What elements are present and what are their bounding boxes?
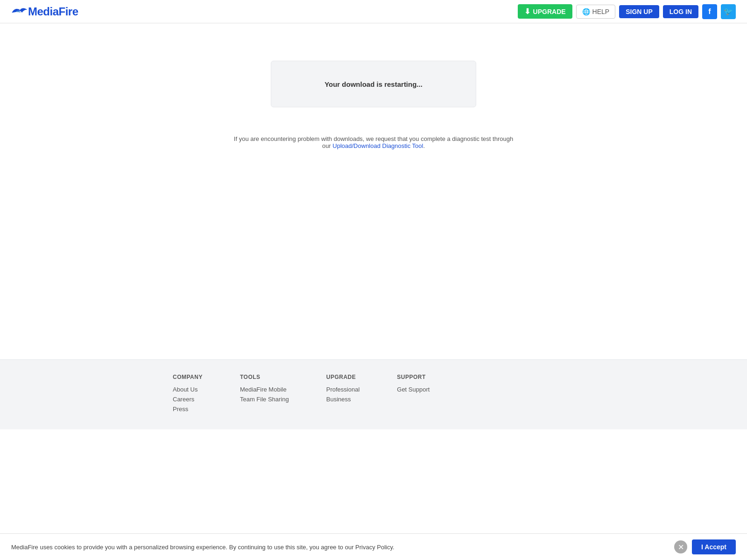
help-button[interactable]: 🌐 HELP — [576, 5, 616, 19]
footer-tools-column: TOOLS MediaFire Mobile Team File Sharing — [240, 374, 289, 415]
footer-link-professional[interactable]: Professional — [326, 386, 360, 393]
footer-support-column: SUPPORT Get Support — [397, 374, 430, 415]
footer-company-column: COMPANY About Us Careers Press — [173, 374, 203, 415]
main-content: Your download is restarting... If you ar… — [0, 23, 747, 359]
footer-link-about[interactable]: About Us — [173, 386, 203, 393]
footer-link-get-support[interactable]: Get Support — [397, 386, 430, 393]
upgrade-label: UPGRADE — [533, 8, 566, 15]
footer: COMPANY About Us Careers Press TOOLS Med… — [0, 359, 747, 429]
footer-link-mobile[interactable]: MediaFire Mobile — [240, 386, 289, 393]
help-label: HELP — [592, 8, 610, 15]
download-message: Your download is restarting... — [324, 80, 423, 88]
download-icon: ⬇ — [524, 7, 530, 16]
footer-link-team-sharing[interactable]: Team File Sharing — [240, 396, 289, 403]
upgrade-button[interactable]: ⬇ UPGRADE — [518, 4, 572, 19]
signup-label: SIGN UP — [626, 8, 653, 15]
twitter-button[interactable]: 🐦 — [721, 4, 736, 19]
logo-text: MediaFire — [28, 5, 78, 18]
download-box: Your download is restarting... — [271, 61, 476, 107]
twitter-icon: 🐦 — [724, 7, 733, 16]
footer-link-business[interactable]: Business — [326, 396, 360, 403]
diagnostic-suffix: . — [423, 142, 425, 149]
signup-button[interactable]: SIGN UP — [619, 5, 659, 18]
diagnostic-text: If you are encountering problem with dow… — [229, 135, 518, 149]
mediafire-logo-icon — [11, 7, 28, 17]
facebook-button[interactable]: f — [702, 4, 717, 19]
footer-upgrade-heading: UPGRADE — [326, 374, 360, 380]
footer-upgrade-column: UPGRADE Professional Business — [326, 374, 360, 415]
header-nav: ⬇ UPGRADE 🌐 HELP SIGN UP LOG IN f 🐦 — [518, 4, 736, 19]
footer-link-press[interactable]: Press — [173, 406, 203, 413]
footer-link-careers[interactable]: Careers — [173, 396, 203, 403]
facebook-icon: f — [708, 7, 711, 16]
globe-icon: 🌐 — [582, 8, 590, 15]
footer-company-heading: COMPANY — [173, 374, 203, 380]
header: MediaFire ⬇ UPGRADE 🌐 HELP SIGN UP LOG I… — [0, 0, 747, 23]
diagnostic-tool-link[interactable]: Upload/Download Diagnostic Tool — [332, 142, 423, 149]
footer-inner: COMPANY About Us Careers Press TOOLS Med… — [163, 374, 584, 415]
footer-support-heading: SUPPORT — [397, 374, 430, 380]
footer-tools-heading: TOOLS — [240, 374, 289, 380]
login-label: LOG IN — [669, 8, 692, 15]
login-button[interactable]: LOG IN — [663, 5, 698, 18]
logo-area: MediaFire — [11, 5, 78, 18]
